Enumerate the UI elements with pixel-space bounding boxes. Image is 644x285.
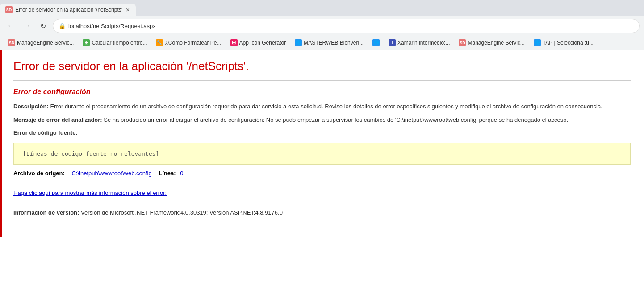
bookmark-item-6[interactable]: 🌐: [369, 38, 383, 47]
tab-close-button[interactable]: ×: [125, 5, 130, 14]
origin-file-value: C:\inetpub\wwwroot\web.config: [71, 170, 151, 177]
source-line: Archivo de origen: C:\inetpub\wwwroot\we…: [13, 170, 631, 177]
active-tab[interactable]: SD Error de servidor en la aplicación '/…: [0, 4, 136, 16]
bookmark-item-7[interactable]: i Xamarin intermedio:...: [385, 38, 453, 47]
bookmark-item-1[interactable]: SD ManageEngine Servic...: [4, 38, 77, 47]
tab-favicon: SD: [5, 6, 13, 13]
bookmark-label-2: Calcular tiempo entre...: [92, 40, 147, 46]
bookmark-favicon-3: 🔧: [156, 39, 163, 46]
bookmark-item-2[interactable]: ⊞ Calcular tiempo entre...: [79, 38, 151, 47]
bookmark-label-1: ManageEngine Servic...: [17, 40, 74, 46]
description-text: Error durante el procesamiento de un arc…: [50, 103, 602, 110]
line-label: Línea:: [159, 170, 176, 177]
bookmark-item-9[interactable]: 🌐 TAP | Selecciona tu...: [530, 38, 597, 47]
divider-1: [13, 80, 631, 81]
back-button[interactable]: ←: [4, 20, 17, 32]
lock-icon: 🔒: [59, 23, 66, 29]
bookmark-favicon-9: 🌐: [534, 39, 541, 46]
more-info-link[interactable]: Haga clic aquí para mostrar más informac…: [13, 190, 167, 196]
origin-file-label: Archivo de origen:: [13, 170, 65, 177]
parser-error-text: Se ha producido un error al cargar el ar…: [104, 116, 568, 123]
address-bar[interactable]: 🔒 localhost/netScripts/Request.aspx: [53, 19, 640, 33]
bookmark-item-4[interactable]: ⊞ App Icon Generator: [227, 38, 290, 47]
error-subtitle: Error de configuración: [13, 88, 631, 96]
address-bar-row: ← → ↻ 🔒 localhost/netScripts/Request.asp…: [0, 16, 644, 36]
more-info-row: Haga clic aquí para mostrar más informac…: [13, 190, 631, 196]
divider-2: [13, 182, 631, 182]
bookmark-label-3: ¿Cómo Formatear Pe...: [165, 40, 221, 46]
code-block: [Líneas de código fuente no relevantes]: [13, 143, 631, 165]
reload-button[interactable]: ↻: [37, 20, 49, 32]
parser-error-row: Mensaje de error del analizador: Se ha p…: [13, 116, 631, 124]
source-error-label: Error de código fuente:: [13, 129, 78, 136]
bookmark-item-3[interactable]: 🔧 ¿Cómo Formatear Pe...: [152, 38, 225, 47]
version-text: Versión de Microsoft .NET Framework:4.0.…: [81, 209, 283, 216]
forward-button[interactable]: →: [21, 20, 33, 32]
browser-chrome: SD Error de servidor en la aplicación '/…: [0, 0, 644, 50]
bookmark-label-7: Xamarin intermedio:...: [397, 40, 450, 46]
bookmark-favicon-6: 🌐: [372, 39, 380, 46]
page-content: Error de servidor en la aplicación '/net…: [0, 50, 644, 225]
parser-error-label: Mensaje de error del analizador:: [13, 116, 102, 123]
line-value: 0: [180, 170, 183, 177]
bookmark-label-8: ManageEngine Servic...: [468, 40, 524, 46]
source-error-row: Error de código fuente:: [13, 128, 631, 137]
divider-3: [13, 202, 631, 202]
bookmark-item-5[interactable]: 🌐 MASTERWEB Bienven...: [291, 38, 367, 47]
description-row: Descripción: Error durante el procesamie…: [13, 102, 631, 111]
bookmark-favicon-4: ⊞: [230, 39, 238, 46]
tab-bar: SD Error de servidor en la aplicación '/…: [0, 0, 644, 16]
version-label: Información de versión:: [13, 209, 79, 216]
bookmark-favicon-1: SD: [8, 39, 15, 46]
bookmark-label-9: TAP | Selecciona tu...: [543, 40, 594, 46]
error-title: Error de servidor en la aplicación '/net…: [13, 59, 631, 73]
bookmark-favicon-2: ⊞: [83, 39, 90, 46]
bookmark-favicon-7: i: [389, 39, 396, 46]
description-label: Descripción:: [13, 103, 49, 110]
version-info-row: Información de versión: Versión de Micro…: [13, 209, 631, 216]
bookmark-label-4: App Icon Generator: [239, 40, 286, 46]
url-text: localhost/netScripts/Request.aspx: [68, 23, 634, 29]
tab-title: Error de servidor en la aplicación '/net…: [15, 7, 122, 13]
code-block-text: [Líneas de código fuente no relevantes]: [23, 150, 159, 157]
bookmark-favicon-5: 🌐: [295, 39, 302, 46]
error-left-border: [0, 50, 2, 225]
bookmarks-bar: SD ManageEngine Servic... ⊞ Calcular tie…: [0, 36, 644, 50]
bookmark-item-8[interactable]: SD ManageEngine Servic...: [455, 38, 528, 47]
bookmark-label-5: MASTERWEB Bienven...: [304, 40, 364, 46]
bookmark-favicon-8: SD: [459, 39, 466, 46]
